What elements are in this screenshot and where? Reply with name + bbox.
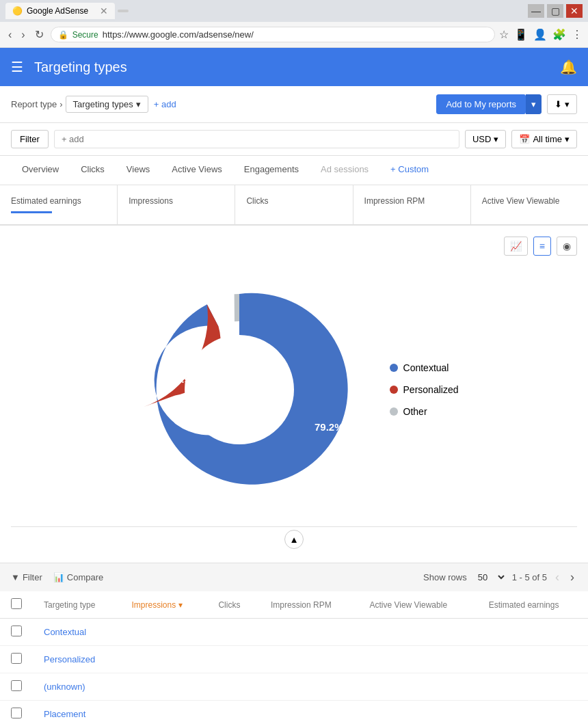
hamburger-menu[interactable]: ☰ xyxy=(11,59,23,75)
download-button[interactable]: ⬇ ▾ xyxy=(547,94,577,114)
col-impression-rpm[interactable]: Impression RPM xyxy=(260,591,358,619)
col-clicks[interactable]: Clicks xyxy=(207,591,260,619)
add-reports-button-group: Add to My reports ▾ xyxy=(436,94,542,114)
legend-other: Other xyxy=(390,406,459,417)
legend-label-contextual: Contextual xyxy=(403,362,449,373)
tab-engagements[interactable]: Engagements xyxy=(233,156,310,185)
impressions-cell xyxy=(121,701,208,727)
extension-icon[interactable]: 🧩 xyxy=(552,28,566,41)
tab-active-views[interactable]: Active Views xyxy=(161,156,232,185)
currency-select[interactable]: USD ▾ xyxy=(465,130,506,148)
tab-clicks[interactable]: Clicks xyxy=(70,156,116,185)
mobile-icon: 📱 xyxy=(514,28,528,41)
collapse-arrow: ▲ xyxy=(11,526,577,552)
filter-icon: ▼ xyxy=(11,572,20,582)
collapse-button[interactable]: ▲ xyxy=(284,530,304,549)
select-all-checkbox[interactable] xyxy=(11,598,22,609)
current-report-label: Targeting types xyxy=(73,99,133,109)
row-checkbox[interactable] xyxy=(11,626,22,636)
add-to-reports-button[interactable]: Add to My reports xyxy=(436,94,526,114)
row-checkbox[interactable] xyxy=(11,708,22,718)
donut-chart-button[interactable]: ◉ xyxy=(557,237,577,256)
active-view-cell xyxy=(358,673,477,701)
legend-dot-contextual xyxy=(390,364,398,372)
forward-button[interactable]: › xyxy=(18,27,27,42)
line-chart-button[interactable]: 📈 xyxy=(504,237,528,256)
browser-tab[interactable]: 🟡 Google AdSense ✕ xyxy=(5,3,115,19)
rows-per-page-select[interactable]: 50 25 100 xyxy=(472,570,507,584)
currency-dropdown-icon: ▾ xyxy=(494,134,498,144)
row-checkbox-cell[interactable] xyxy=(0,673,33,701)
col-estimated-earnings[interactable]: Estimated earnings xyxy=(478,591,588,619)
legend-contextual: Contextual xyxy=(390,362,459,373)
col-impressions[interactable]: Impressions ▾ xyxy=(121,591,208,619)
impression-rpm-cell xyxy=(260,619,358,646)
bottom-bar: ▼ Filter 📊 Compare Show rows 50 25 100 1… xyxy=(0,563,588,591)
list-chart-button[interactable]: ≡ xyxy=(533,237,551,256)
targeting-type-cell[interactable]: Placement xyxy=(33,701,121,727)
earnings-cell xyxy=(478,619,588,646)
compare-button[interactable]: 📊 Compare xyxy=(53,572,103,582)
browser-chrome: 🟡 Google AdSense ✕ — ▢ ✕ ‹ › ↻ 🔒 Secure … xyxy=(0,0,588,48)
compare-icon: 📊 xyxy=(53,572,64,582)
row-checkbox-cell[interactable] xyxy=(0,701,33,727)
filter-button[interactable]: Filter xyxy=(11,130,49,148)
table-filter-button[interactable]: ▼ Filter xyxy=(11,572,42,582)
impression-rpm-cell xyxy=(260,673,358,701)
previous-page-button[interactable]: ‹ xyxy=(552,569,562,586)
metric-impression-rpm[interactable]: Impression RPM xyxy=(353,185,471,224)
back-button[interactable]: ‹ xyxy=(5,27,14,42)
table-row: Placement xyxy=(0,701,588,727)
col-targeting-type[interactable]: Targeting type xyxy=(33,591,121,619)
tab-overview[interactable]: Overview xyxy=(11,156,70,185)
toolbar-icons: ☆ 📱 👤 🧩 ⋮ xyxy=(499,28,583,41)
row-checkbox-cell[interactable] xyxy=(0,646,33,673)
close-button[interactable]: ✕ xyxy=(566,4,583,18)
next-page-button[interactable]: › xyxy=(567,569,577,586)
chart-legend: Contextual Personalized Other xyxy=(390,362,459,417)
filter-bar: Filter USD ▾ 📅 All time ▾ xyxy=(0,123,588,156)
legend-personalized: Personalized xyxy=(390,384,459,395)
add-to-reports-dropdown[interactable]: ▾ xyxy=(526,94,542,114)
metric-active-view-viewable[interactable]: Active View Viewable xyxy=(471,185,588,224)
bell-icon[interactable]: 🔔 xyxy=(560,59,577,75)
metric-impressions[interactable]: Impressions xyxy=(118,185,235,224)
impression-rpm-cell xyxy=(260,701,358,727)
row-checkbox-cell[interactable] xyxy=(0,619,33,646)
chart-controls: 📈 ≡ ◉ xyxy=(11,237,577,256)
metric-estimated-earnings[interactable]: Estimated earnings xyxy=(0,185,118,224)
new-tab-button[interactable] xyxy=(118,10,129,12)
filter-input[interactable] xyxy=(54,130,459,148)
targeting-type-cell[interactable]: (unknown) xyxy=(33,673,121,701)
account-icon[interactable]: 👤 xyxy=(533,28,547,41)
clicks-cell xyxy=(207,646,260,673)
metric-underline xyxy=(11,211,52,213)
targeting-type-cell[interactable]: Personalized xyxy=(33,646,121,673)
metric-clicks[interactable]: Clicks xyxy=(235,185,353,224)
select-all-header[interactable] xyxy=(0,591,33,619)
row-checkbox[interactable] xyxy=(11,653,22,664)
tab-views[interactable]: Views xyxy=(116,156,161,185)
report-type-select[interactable]: Targeting types ▾ xyxy=(66,96,148,113)
refresh-button[interactable]: ↻ xyxy=(32,27,46,42)
date-range-select[interactable]: 📅 All time ▾ xyxy=(511,130,577,148)
donut-center xyxy=(185,335,294,444)
impression-rpm-cell xyxy=(260,646,358,673)
col-active-view-viewable[interactable]: Active View Viewable xyxy=(358,591,477,619)
targeting-type-cell[interactable]: Contextual xyxy=(33,619,121,646)
donut-chart: 79.2% 19.9% xyxy=(130,280,349,499)
add-dimension-link[interactable]: + add xyxy=(154,99,176,109)
row-checkbox[interactable] xyxy=(11,680,22,691)
address-bar[interactable]: 🔒 Secure https://www.google.com/adsense/… xyxy=(51,27,495,42)
tab-close-button[interactable]: ✕ xyxy=(100,5,108,16)
minimize-button[interactable]: — xyxy=(528,4,544,18)
download-dropdown-icon: ▾ xyxy=(565,99,570,109)
clicks-cell xyxy=(207,673,260,701)
tab-custom[interactable]: + Custom xyxy=(379,156,440,185)
menu-icon[interactable]: ⋮ xyxy=(572,28,583,41)
maximize-button[interactable]: ▢ xyxy=(547,4,563,18)
compare-label: Compare xyxy=(67,572,103,582)
star-icon[interactable]: ☆ xyxy=(499,28,509,41)
breadcrumb-arrow: › xyxy=(59,99,62,109)
tab-ad-sessions[interactable]: Ad sessions xyxy=(310,156,379,185)
